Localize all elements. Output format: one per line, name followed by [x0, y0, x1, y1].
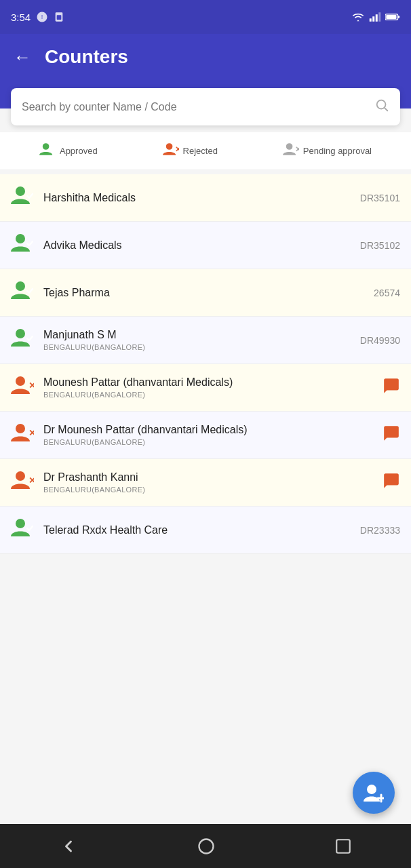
svg-rect-33 [336, 840, 350, 853]
svg-point-13 [43, 143, 50, 150]
svg-text:✕: ✕ [28, 380, 34, 391]
svg-rect-4 [370, 18, 372, 22]
filter-tabs: Approved ✕ Rejected ✕ Pending approval [0, 132, 411, 170]
recents-nav-button[interactable] [334, 837, 352, 855]
chat-icon[interactable] [383, 377, 400, 399]
rejected-avatar-icon: ✕ [11, 375, 34, 395]
counter-name: Manjunath S M [43, 329, 360, 341]
counter-info: Manjunath S M BENGALURU(BANGALORE) [43, 329, 360, 351]
svg-text:✕: ✕ [174, 145, 178, 153]
svg-text:✕: ✕ [294, 145, 298, 153]
svg-point-24 [16, 424, 25, 433]
battery-icon [385, 13, 400, 21]
counter-sub: BENGALURU(BANGALORE) [43, 486, 376, 494]
counter-avatar [11, 233, 34, 258]
svg-text:✕: ✕ [28, 475, 34, 486]
list-item[interactable]: Telerad Rxdx Health Care DR23333 [0, 507, 411, 554]
list-item[interactable]: Manjunath S M BENGALURU(BANGALORE) DR499… [0, 317, 411, 364]
counter-avatar: ✕ [11, 422, 34, 448]
counter-avatar [11, 517, 34, 542]
add-person-icon [364, 783, 384, 803]
counter-info: Dr Prashanth Kanni BENGALURU(BANGALORE) [43, 471, 376, 494]
counter-code: 26574 [374, 288, 400, 298]
svg-rect-10 [386, 15, 396, 19]
time: 3:54 [11, 12, 31, 23]
svg-rect-6 [376, 14, 378, 22]
counter-name: Telerad Rxdx Health Care [43, 524, 360, 536]
svg-text:✕: ✕ [28, 428, 34, 438]
chat-bubble-icon [383, 472, 400, 490]
add-counter-fab[interactable] [353, 772, 395, 814]
filter-rejected[interactable]: ✕ Rejected [163, 142, 218, 160]
svg-rect-5 [372, 16, 374, 22]
svg-point-14 [165, 143, 172, 150]
counter-sub: BENGALURU(BANGALORE) [43, 343, 360, 351]
list-item[interactable]: Tejas Pharma 26574 [0, 269, 411, 317]
svg-text:!: ! [41, 14, 43, 20]
home-nav-icon [197, 837, 216, 856]
counter-name: Harshitha Medicals [43, 192, 360, 204]
counter-avatar [11, 328, 34, 353]
svg-point-21 [16, 329, 25, 338]
wifi-icon [351, 12, 365, 22]
approved-avatar-icon [11, 185, 34, 205]
header-title: Counters [45, 46, 128, 68]
list-item[interactable]: Advika Medicals DR35102 [0, 222, 411, 269]
status-bar: 3:54 ! [0, 0, 411, 34]
svg-point-18 [16, 186, 25, 196]
counter-name: Tejas Pharma [43, 287, 374, 299]
back-nav-button[interactable] [59, 837, 78, 856]
filter-approved[interactable]: Approved [39, 142, 98, 160]
pending-user-icon: ✕ [283, 142, 299, 157]
recents-nav-icon [334, 837, 352, 855]
list-item[interactable]: ✕ Dr Prashanth Kanni BENGALURU(BANGALORE… [0, 459, 411, 507]
search-button[interactable] [374, 98, 389, 116]
svg-point-22 [16, 376, 25, 386]
back-button[interactable]: ← [14, 48, 31, 66]
pending-label: Pending approval [303, 146, 372, 156]
svg-point-19 [16, 234, 25, 243]
approved-avatar-icon [11, 328, 34, 348]
notification-icon: ! [36, 11, 48, 23]
chat-icon[interactable] [383, 425, 400, 446]
svg-rect-3 [57, 15, 62, 20]
bottom-nav [0, 824, 411, 868]
counter-name: Dr Prashanth Kanni [43, 471, 376, 484]
home-nav-button[interactable] [197, 837, 216, 856]
status-bar-right [351, 12, 400, 22]
chat-bubble-icon [383, 425, 400, 442]
counter-avatar [11, 280, 34, 305]
approved-user-icon [39, 142, 56, 157]
counter-code: DR49930 [360, 335, 400, 346]
svg-rect-9 [398, 16, 400, 18]
list-item[interactable]: ✕ Dr Mounesh Pattar (dhanvantari Medical… [0, 412, 411, 459]
rejected-user-icon: ✕ [163, 142, 179, 157]
svg-point-20 [16, 281, 25, 291]
rejected-avatar-icon: ✕ [11, 470, 34, 490]
counter-info: Telerad Rxdx Health Care [43, 524, 360, 536]
sim-icon [54, 12, 64, 22]
svg-line-12 [385, 108, 387, 111]
counter-avatar [11, 185, 34, 210]
list-item[interactable]: ✕ Mounesh Pattar (dhanvantari Medicals) … [0, 364, 411, 412]
back-nav-icon [59, 837, 78, 856]
counter-sub: BENGALURU(BANGALORE) [43, 438, 376, 446]
svg-rect-7 [378, 12, 380, 22]
pending-icon: ✕ [283, 142, 299, 160]
counter-name: Dr Mounesh Pattar (dhanvantari Medicals) [43, 424, 376, 436]
filter-pending[interactable]: ✕ Pending approval [283, 142, 372, 160]
counter-info: Harshitha Medicals [43, 192, 360, 204]
counter-code: DR23333 [360, 525, 400, 536]
svg-point-29 [367, 785, 376, 794]
search-input[interactable] [22, 101, 374, 113]
rejected-avatar-icon: ✕ [11, 422, 34, 443]
chat-bubble-icon [383, 377, 400, 395]
approved-icon [39, 142, 56, 160]
counter-code: DR35102 [360, 240, 400, 251]
list-item[interactable]: Harshitha Medicals DR35101 [0, 174, 411, 222]
chat-icon[interactable] [383, 472, 400, 494]
svg-point-26 [16, 471, 25, 481]
counter-avatar: ✕ [11, 470, 34, 495]
counter-list: Harshitha Medicals DR35101 Advika Medica… [0, 174, 411, 554]
approved-label: Approved [60, 146, 98, 156]
